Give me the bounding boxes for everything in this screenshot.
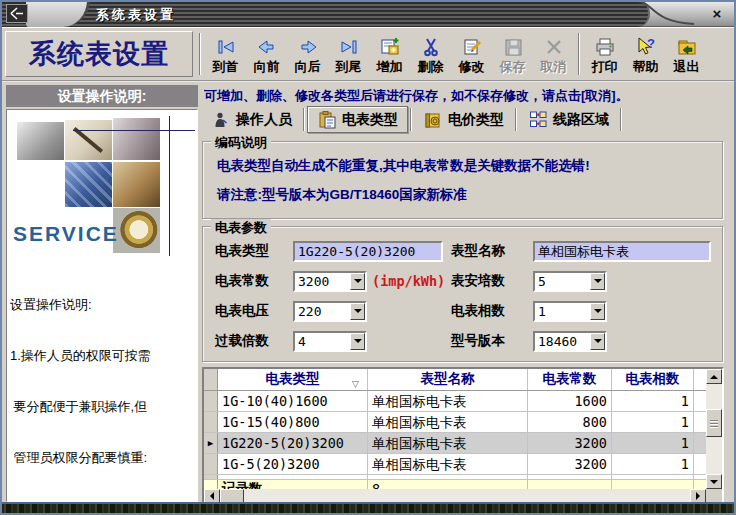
add-record-button[interactable]: 增加 [369, 29, 410, 79]
ampere-combobox[interactable]: 5 [533, 271, 607, 292]
print-label: 打印 [592, 59, 618, 74]
dropdown-button[interactable] [350, 273, 365, 290]
horizontal-scrollbar[interactable] [204, 489, 706, 503]
window-title: 系统表设置 [96, 6, 176, 24]
go-previous-button[interactable]: 向前 [246, 29, 287, 79]
cell-meter-type: 1G-10(40)1600 [218, 391, 368, 411]
close-button[interactable]: × [706, 3, 728, 23]
clipboard-icon [317, 110, 337, 130]
dropdown-button[interactable] [590, 273, 605, 290]
delete-record-button[interactable]: 删除 [410, 29, 451, 79]
service-label: SERVICE [13, 222, 119, 246]
table-row[interactable]: 1G-15(40)800 单相国标电卡表 800 1 [204, 412, 706, 433]
meter-type-field[interactable]: 1G220-5(20)3200 [293, 241, 443, 262]
current-row-marker-icon: ▶ [208, 433, 213, 453]
row-selector[interactable] [204, 412, 218, 432]
svg-text:?: ? [647, 36, 655, 51]
grid-header-row: 电表类型▽ 表型名称 电表常数 电表相数 [204, 369, 706, 391]
meter-params-title: 电表参数 [211, 219, 271, 237]
dropdown-button[interactable] [350, 303, 365, 320]
go-next-label: 向后 [295, 59, 321, 74]
vertical-scrollbar-thumb[interactable] [706, 409, 722, 437]
table-row[interactable]: 1G-5(20)3200 单相国标电卡表 3200 1 [204, 454, 706, 475]
tab-operators-label: 操作人员 [236, 111, 292, 129]
column-header-model-name[interactable]: 表型名称 [368, 369, 528, 390]
params-row: 电表常数 3200 (imp/kWh) 表安培数 5 [215, 270, 712, 292]
go-last-icon [337, 35, 361, 59]
photo-tile-keyboard [65, 162, 112, 207]
cancel-button[interactable]: 取消 [533, 29, 574, 79]
tab-line-region-label: 线路区域 [553, 111, 609, 129]
go-last-button[interactable]: 到尾 [328, 29, 369, 79]
column-header-meter-constant[interactable]: 电表常数 [528, 369, 612, 390]
go-first-icon [214, 35, 238, 59]
scroll-left-button[interactable] [204, 489, 220, 503]
cell-phase: 1 [612, 433, 694, 453]
chevron-down-icon [594, 309, 602, 313]
tab-separator [620, 108, 622, 131]
dropdown-button[interactable] [590, 333, 605, 350]
photo-tile-money [113, 162, 160, 207]
tab-line-region[interactable]: 线路区域 [519, 106, 618, 133]
scroll-down-button[interactable] [706, 474, 722, 489]
meter-constant-combobox[interactable]: 3200 [293, 271, 367, 292]
add-record-label: 增加 [377, 59, 403, 74]
coding-notes-title: 编码说明 [211, 134, 271, 152]
sidebar-body: SERVICE 设置操作说明: 1.操作人员的权限可按需 要分配便于兼职操作,但… [6, 109, 198, 502]
app-logo-icon [6, 4, 28, 23]
tab-price-type[interactable]: 电价类型 [414, 106, 513, 133]
row-selector[interactable] [204, 454, 218, 474]
row-selector-current[interactable]: ▶ [204, 433, 218, 453]
model-version-combobox[interactable]: 18460 [533, 331, 607, 352]
window-bottom-edge [0, 502, 736, 515]
voltage-combobox[interactable]: 220 [293, 301, 367, 322]
go-first-button[interactable]: 到首 [205, 29, 246, 79]
column-header-label: 表型名称 [421, 371, 475, 386]
model-version-value: 18460 [535, 333, 590, 350]
save-button[interactable]: 保存 [492, 29, 533, 79]
triangle-left-icon [210, 492, 214, 500]
cell-meter-constant: 3200 [528, 454, 612, 474]
tab-meter-type[interactable]: 电表类型 [307, 106, 408, 133]
column-header-phase[interactable]: 电表相数 [612, 369, 694, 390]
voltage-label: 电表电压 [215, 302, 293, 320]
dropdown-button[interactable] [350, 333, 365, 350]
model-name-field[interactable]: 单相国标电卡表 [533, 241, 711, 262]
close-icon: × [713, 5, 722, 22]
toolbar-separator [578, 33, 580, 75]
go-next-button[interactable]: 向后 [287, 29, 328, 79]
scroll-right-button[interactable] [690, 489, 706, 503]
cell-empty [694, 475, 706, 479]
exit-button[interactable]: 退出 [666, 29, 707, 79]
tab-separator [515, 108, 517, 131]
cell-phase: 1 [612, 412, 694, 432]
table-row[interactable]: 1G-10(40)1600 单相国标电卡表 1600 1 [204, 391, 706, 412]
tab-operators[interactable]: 操作人员 [202, 106, 301, 133]
toolbar: 系统表设置 到首 向前 向后 到尾 [2, 27, 734, 82]
scroll-up-button[interactable] [706, 369, 722, 384]
horizontal-scrollbar-thumb[interactable] [220, 489, 244, 503]
record-count-value: 8 [368, 480, 528, 489]
instruction-line: 1.操作人员的权限可按需 [10, 347, 197, 364]
table-row-selected[interactable]: ▶ 1G220-5(20)3200 单相国标电卡表 3200 1 [204, 433, 706, 454]
print-button[interactable]: 打印 [584, 29, 625, 79]
modify-record-button[interactable]: 修改 [451, 29, 492, 79]
exit-label: 退出 [674, 59, 700, 74]
column-header-meter-type[interactable]: 电表类型▽ [218, 369, 368, 390]
help-button[interactable]: ? 帮助 [625, 29, 666, 79]
chevron-down-icon [594, 279, 602, 283]
row-selector[interactable] [204, 391, 218, 411]
price-book-icon [423, 110, 443, 130]
tab-separator [410, 108, 412, 131]
vertical-scrollbar[interactable] [706, 369, 722, 489]
chevron-down-icon [354, 279, 362, 283]
phase-combobox[interactable]: 1 [533, 301, 607, 322]
exit-icon [675, 35, 699, 59]
photo-tile-watch [113, 208, 160, 253]
overload-combobox[interactable]: 4 [293, 331, 367, 352]
page-title-panel: 系统表设置 [5, 31, 193, 77]
region-boxes-icon [528, 110, 548, 130]
save-icon [501, 35, 525, 59]
dropdown-button[interactable] [590, 303, 605, 320]
row-selector [204, 480, 218, 489]
